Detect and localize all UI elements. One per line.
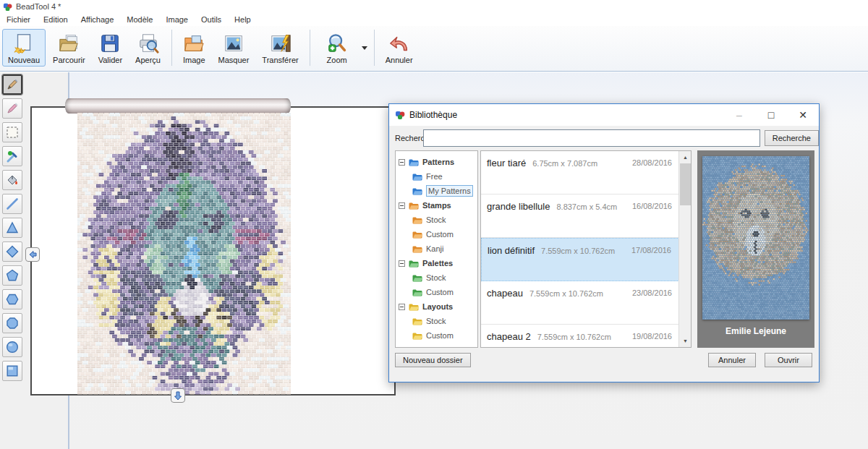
eyedropper-icon bbox=[5, 149, 20, 163]
ellipse-tool-button[interactable] bbox=[2, 337, 22, 357]
undo-arrow-icon bbox=[388, 33, 410, 54]
valider-button[interactable]: Valider bbox=[93, 29, 128, 67]
folder-icon bbox=[412, 331, 423, 341]
parcourir-button[interactable]: Parcourir bbox=[47, 29, 91, 67]
expand-left-button[interactable] bbox=[25, 247, 40, 262]
tree-item-layouts[interactable]: Layouts bbox=[396, 299, 477, 314]
tree-item-palettes-custom[interactable]: Custom bbox=[396, 285, 477, 299]
cancel-button[interactable]: Annuler bbox=[708, 353, 756, 367]
collapse-icon[interactable] bbox=[399, 260, 405, 267]
annuler-button[interactable]: Annuler bbox=[380, 29, 419, 67]
tree-item-stamps[interactable]: Stamps bbox=[396, 198, 477, 213]
marquee-select-tool-button[interactable] bbox=[2, 122, 22, 142]
tree-item-layouts-stock[interactable]: Stock bbox=[396, 314, 477, 328]
menu-affichage[interactable]: Affichage bbox=[75, 14, 121, 25]
menu-outils[interactable]: Outils bbox=[195, 14, 228, 25]
search-row: Recherc Recherche bbox=[389, 126, 819, 150]
pattern-row-grande-libellule[interactable]: grande libellule8.837cm x 5.4cm 16/08/20… bbox=[481, 194, 691, 238]
scrollbar-thumb[interactable] bbox=[680, 163, 691, 205]
search-input[interactable] bbox=[423, 129, 760, 147]
pattern-row-chapeau[interactable]: chapeau7.559cm x 10.762cm 23/08/2016 bbox=[481, 281, 691, 325]
toolbar-separator bbox=[310, 30, 310, 66]
pattern-row-chapeau-2[interactable]: chapeau 27.559cm x 10.762cm 19/08/2016 bbox=[481, 325, 691, 348]
pencil-tool-button[interactable] bbox=[2, 74, 22, 95]
zoom-button[interactable]: Zoom bbox=[315, 29, 359, 67]
eyedropper-tool-button[interactable] bbox=[2, 146, 22, 166]
eraser-tool-button[interactable] bbox=[2, 98, 22, 119]
open-button[interactable]: Ouvrir bbox=[765, 353, 812, 367]
line-tool-button[interactable] bbox=[2, 194, 22, 214]
tree-item-layouts-custom[interactable]: Custom bbox=[396, 328, 477, 343]
folder-icon bbox=[412, 288, 423, 297]
library-dialog: Bibliothèque – □ ✕ Recherc Recherche Pat… bbox=[388, 103, 820, 382]
menu-bar: Fichier Edition Affichage Modèle Image O… bbox=[0, 13, 868, 26]
pattern-row-fleur-tiare[interactable]: fleur tiaré6.75cm x 7.087cm 28/08/2016 bbox=[481, 151, 691, 194]
folder-icon bbox=[412, 317, 423, 326]
zoom-magnifier-icon bbox=[326, 33, 348, 54]
maximize-button[interactable]: □ bbox=[755, 104, 787, 126]
image-button[interactable]: Image bbox=[177, 29, 211, 67]
selection-marquee-icon bbox=[5, 125, 20, 140]
tree-item-stamps-stock[interactable]: Stock bbox=[396, 213, 477, 227]
menu-edition[interactable]: Edition bbox=[37, 14, 75, 25]
scroll-down-icon[interactable]: ▼ bbox=[679, 335, 692, 347]
menu-fichier[interactable]: Fichier bbox=[0, 14, 37, 25]
hexagon-tool-button[interactable] bbox=[2, 289, 22, 309]
beadtool-logo-icon bbox=[3, 2, 12, 12]
print-preview-icon bbox=[137, 33, 159, 54]
minimize-button[interactable]: – bbox=[723, 104, 755, 126]
tree-item-patterns[interactable]: Patterns bbox=[396, 155, 477, 169]
open-folder-icon bbox=[58, 33, 80, 54]
folder-icon bbox=[408, 158, 420, 167]
list-scrollbar[interactable]: ▲ ▼ bbox=[678, 151, 691, 347]
dialog-title-bar[interactable]: Bibliothèque – □ ✕ bbox=[389, 104, 819, 126]
line-icon bbox=[5, 197, 20, 211]
save-floppy-icon bbox=[99, 33, 121, 54]
octagon-tool-button[interactable] bbox=[2, 313, 22, 333]
tree-item-my-patterns[interactable]: My Patterns bbox=[396, 184, 477, 198]
collapse-icon[interactable] bbox=[399, 202, 405, 209]
pentagon-tool-button[interactable] bbox=[2, 265, 22, 286]
toolbar-separator bbox=[374, 30, 375, 66]
expand-down-button[interactable] bbox=[171, 388, 185, 403]
rectangle-tool-button[interactable] bbox=[2, 361, 22, 381]
pattern-list: fleur tiaré6.75cm x 7.087cm 28/08/2016 g… bbox=[480, 150, 692, 348]
triangle-tool-button[interactable] bbox=[2, 218, 22, 238]
collapse-icon[interactable] bbox=[399, 159, 405, 166]
diamond-tool-button[interactable] bbox=[2, 241, 22, 262]
zoom-dropdown-arrow[interactable] bbox=[359, 33, 370, 62]
nouveau-button[interactable]: Nouveau bbox=[2, 29, 46, 67]
loom-roller-bar[interactable] bbox=[65, 98, 291, 114]
apercu-button[interactable]: Aperçu bbox=[129, 29, 166, 67]
pattern-row-lion-definitif[interactable]: lion définitif7.559cm x 10.762cm 17/08/2… bbox=[481, 238, 691, 281]
collapse-icon[interactable] bbox=[399, 304, 405, 310]
close-button[interactable]: ✕ bbox=[787, 104, 819, 126]
window-title: BeadTool 4 * bbox=[16, 2, 61, 11]
pencil-icon bbox=[5, 77, 20, 92]
scroll-up-icon[interactable]: ▲ bbox=[679, 151, 692, 163]
square-icon bbox=[5, 364, 20, 378]
folder-icon bbox=[408, 302, 420, 312]
pattern-author: Emilie Lejeune bbox=[726, 326, 786, 336]
bead-pattern-canvas[interactable] bbox=[77, 113, 291, 395]
menu-image[interactable]: Image bbox=[159, 14, 195, 25]
menu-modele[interactable]: Modèle bbox=[120, 14, 159, 25]
new-document-icon bbox=[13, 33, 35, 54]
arrow-left-icon bbox=[27, 249, 38, 260]
tree-item-free[interactable]: Free bbox=[396, 169, 477, 184]
menu-help[interactable]: Help bbox=[228, 14, 258, 25]
folder-icon bbox=[408, 259, 420, 268]
tree-item-palettes-stock[interactable]: Stock bbox=[396, 270, 477, 285]
transferer-button[interactable]: Transférer bbox=[256, 29, 304, 67]
beadtool-app-window: BeadTool 4 * Fichier Edition Affichage M… bbox=[0, 0, 868, 449]
image-folder-icon bbox=[183, 33, 205, 54]
new-folder-button[interactable]: Nouveau dossier bbox=[395, 353, 471, 367]
chevron-down-icon bbox=[362, 46, 367, 50]
search-button[interactable]: Recherche bbox=[765, 130, 819, 146]
fill-bucket-tool-button[interactable] bbox=[2, 170, 22, 190]
tree-item-palettes[interactable]: Palettes bbox=[396, 256, 477, 270]
dialog-title: Bibliothèque bbox=[409, 110, 723, 120]
tree-item-stamps-custom[interactable]: Custom bbox=[396, 227, 477, 241]
masquer-button[interactable]: Masquer bbox=[213, 29, 255, 67]
tree-item-stamps-kanji[interactable]: Kanji bbox=[396, 241, 477, 256]
